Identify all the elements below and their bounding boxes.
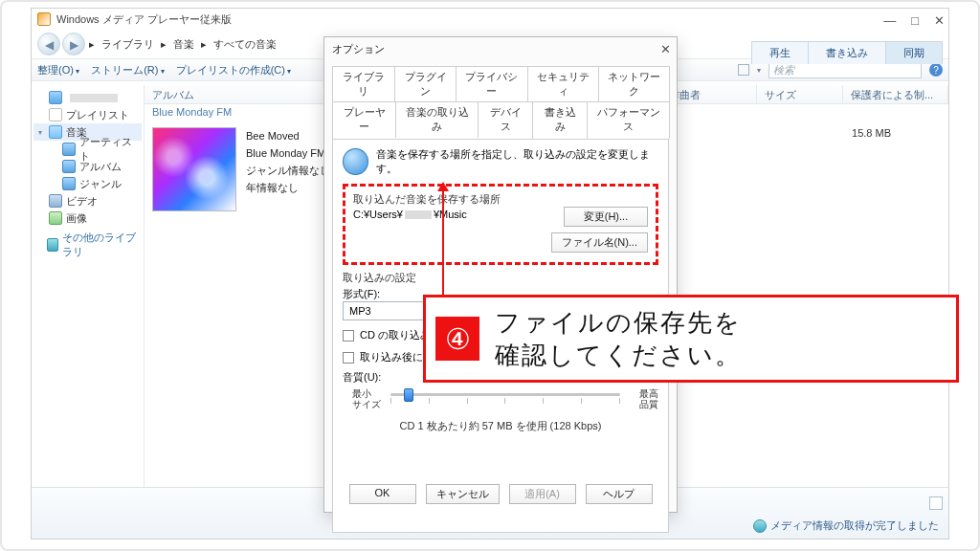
nav-forward-button[interactable]: ▶: [62, 33, 85, 55]
maximize-button[interactable]: □: [911, 13, 919, 28]
quality-usage-text: CD 1 枚あたり約 57 MB を使用 (128 Kbps): [343, 419, 658, 433]
options-tab-security[interactable]: セキュリティ: [527, 66, 599, 101]
options-tab-plugins[interactable]: プラグイン: [394, 66, 457, 101]
tab-play[interactable]: 再生: [751, 41, 809, 64]
change-location-button[interactable]: 変更(H)...: [564, 207, 648, 227]
nav-tree: プレイリスト ▾音楽 アーティスト アルバム ジャンル ビデオ 画像 その他のラ…: [32, 85, 145, 487]
file-name-button[interactable]: ファイル名(N)...: [551, 232, 648, 253]
album-size: 15.8 MB: [852, 127, 891, 139]
dialog-title: オプション: [324, 37, 677, 60]
tree-artist[interactable]: アーティスト: [33, 141, 142, 158]
track-row[interactable]: Bee Moved: [246, 127, 330, 144]
status-bar: メディア情報の取得が完了しました: [753, 518, 939, 533]
title-bar: Windows メディア プレーヤー従来版: [32, 9, 948, 30]
annotation-step-number: ④: [435, 317, 479, 361]
tree-playlists[interactable]: プレイリスト: [33, 106, 142, 123]
album-cover[interactable]: [152, 127, 236, 211]
tree-video[interactable]: ビデオ: [33, 192, 142, 209]
tree-user-library[interactable]: [33, 89, 142, 106]
cancel-button[interactable]: キャンセル: [426, 484, 500, 504]
tree-genre[interactable]: ジャンル: [33, 175, 142, 192]
track-row[interactable]: Blue Monday FM: [246, 144, 330, 162]
breadcrumb[interactable]: ▸ ライブラリ ▸ 音楽 ▸ すべての音楽: [87, 37, 278, 52]
rip-location-path: C:¥Users¥¥Music: [353, 209, 467, 220]
rip-location-group: 取り込んだ音楽を保存する場所 C:¥Users¥¥Music 変更(H)... …: [343, 184, 658, 265]
track-row[interactable]: 年情報なし: [246, 179, 330, 196]
tab-burn[interactable]: 書き込み: [808, 41, 886, 64]
annotation-callout: ④ ファイルの保存先を確認してください。: [423, 295, 959, 383]
help-icon[interactable]: ?: [929, 63, 943, 77]
toolbar-create-playlist[interactable]: プレイリストの作成(C): [176, 63, 292, 77]
options-tab-performance[interactable]: パフォーマンス: [587, 101, 670, 139]
status-icon: [753, 519, 767, 533]
tree-image[interactable]: 画像: [33, 209, 142, 227]
import-settings-label: 取り込みの設定: [343, 271, 658, 285]
apply-button[interactable]: 適用(A): [509, 484, 576, 504]
annotation-arrow: [442, 184, 444, 302]
quality-slider[interactable]: 最小サイズ 最高品質: [352, 388, 658, 413]
options-tab-player[interactable]: プレーヤー: [332, 101, 396, 139]
minimize-button[interactable]: —: [883, 13, 896, 28]
ok-button[interactable]: OK: [349, 484, 416, 504]
col-album[interactable]: アルバム: [145, 85, 345, 103]
options-tab-rip-music[interactable]: 音楽の取り込み: [395, 101, 479, 139]
window-title: Windows メディア プレーヤー従来版: [56, 12, 232, 27]
header-tabs: 再生 書き込み 同期: [752, 41, 943, 64]
track-list: Bee Moved Blue Monday FM ジャンル情報なし 年情報なし: [246, 127, 330, 211]
tab-sync[interactable]: 同期: [885, 41, 943, 64]
dialog-close-button[interactable]: ✕: [660, 42, 671, 56]
rip-music-icon: [343, 148, 368, 175]
nav-back-button[interactable]: ◀: [37, 33, 60, 55]
annotation-text: ファイルの保存先を確認してください。: [495, 306, 742, 371]
toolbar-organize[interactable]: 整理(O): [37, 63, 79, 77]
col-parental[interactable]: 保護者による制...: [843, 85, 948, 103]
options-tab-library[interactable]: ライブラリ: [332, 66, 395, 101]
options-tab-privacy[interactable]: プライバシー: [456, 66, 527, 101]
options-tab-burn[interactable]: 書き込み: [532, 101, 588, 139]
toolbar-stream[interactable]: ストリーム(R): [91, 63, 165, 77]
rip-location-label: 取り込んだ音楽を保存する場所: [353, 192, 648, 207]
options-tab-network[interactable]: ネットワーク: [598, 66, 670, 101]
track-row[interactable]: ジャンル情報なし: [246, 162, 330, 179]
options-dialog: オプション ✕ ライブラリ プラグイン プライバシー セキュリティ ネットワーク…: [323, 36, 678, 513]
app-icon: [37, 12, 51, 26]
rip-intro-text: 音楽を保存する場所を指定し、取り込みの設定を変更します。: [376, 147, 658, 176]
close-button[interactable]: ✕: [934, 13, 945, 28]
help-button[interactable]: ヘルプ: [586, 484, 653, 504]
view-mode-icon[interactable]: [738, 64, 749, 76]
options-tab-devices[interactable]: デバイス: [478, 101, 533, 139]
tree-other-libraries[interactable]: その他のライブラリ: [33, 236, 142, 253]
col-size[interactable]: サイズ: [757, 85, 843, 103]
mini-mode-button[interactable]: [929, 496, 943, 510]
